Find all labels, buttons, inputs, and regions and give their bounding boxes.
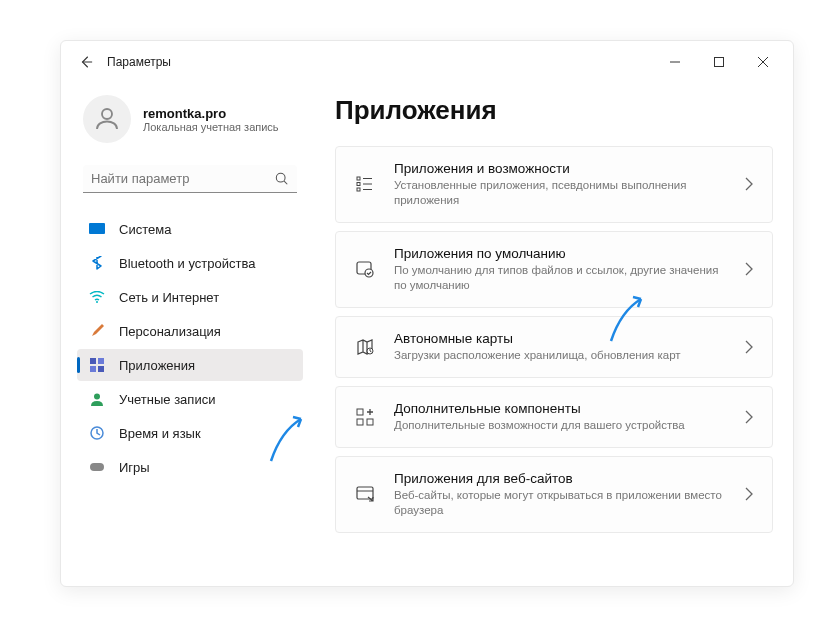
close-button[interactable] bbox=[741, 46, 785, 78]
map-icon bbox=[354, 336, 376, 358]
account-block[interactable]: remontka.pro Локальная учетная запись bbox=[77, 83, 303, 161]
svg-rect-10 bbox=[98, 358, 104, 364]
chevron-right-icon bbox=[744, 410, 754, 424]
chevron-right-icon bbox=[744, 487, 754, 501]
gamepad-icon bbox=[89, 459, 105, 475]
user-icon bbox=[92, 104, 122, 134]
svg-point-5 bbox=[276, 173, 285, 182]
page-title: Приложения bbox=[335, 95, 773, 126]
bluetooth-icon bbox=[89, 255, 105, 271]
system-icon bbox=[89, 221, 105, 237]
card-components[interactable]: Дополнительные компоненты Дополнительные… bbox=[335, 386, 773, 448]
account-name: remontka.pro bbox=[143, 106, 279, 121]
nav-item-games[interactable]: Игры bbox=[77, 451, 303, 483]
card-subtitle: Дополнительные возможности для вашего ус… bbox=[394, 418, 726, 433]
maximize-icon bbox=[714, 57, 724, 67]
svg-point-8 bbox=[96, 301, 98, 303]
nav-label: Сеть и Интернет bbox=[119, 290, 219, 305]
card-title: Приложения по умолчанию bbox=[394, 246, 726, 261]
back-button[interactable] bbox=[69, 45, 103, 79]
svg-rect-18 bbox=[357, 183, 360, 186]
nav-label: Время и язык bbox=[119, 426, 201, 441]
search-icon bbox=[275, 172, 289, 186]
svg-rect-20 bbox=[357, 188, 360, 191]
web-apps-icon bbox=[354, 483, 376, 505]
search-box[interactable] bbox=[83, 165, 297, 193]
nav-item-bluetooth[interactable]: Bluetooth и устройства bbox=[77, 247, 303, 279]
person-icon bbox=[89, 391, 105, 407]
arrow-left-icon bbox=[79, 55, 93, 69]
card-subtitle: Установленные приложения, псевдонимы вып… bbox=[394, 178, 726, 208]
nav-label: Bluetooth и устройства bbox=[119, 256, 255, 271]
card-subtitle: По умолчанию для типов файлов и ссылок, … bbox=[394, 263, 726, 293]
svg-rect-7 bbox=[89, 223, 105, 234]
main-content: Приложения Приложения и возможности Уста… bbox=[311, 83, 793, 586]
components-icon bbox=[354, 406, 376, 428]
card-title: Автономные карты bbox=[394, 331, 726, 346]
minimize-button[interactable] bbox=[653, 46, 697, 78]
nav-item-system[interactable]: Система bbox=[77, 213, 303, 245]
nav-item-personalization[interactable]: Персонализация bbox=[77, 315, 303, 347]
card-title: Приложения для веб-сайтов bbox=[394, 471, 726, 486]
svg-rect-26 bbox=[357, 419, 363, 425]
avatar bbox=[83, 95, 131, 143]
nav-label: Система bbox=[119, 222, 171, 237]
svg-rect-15 bbox=[90, 463, 104, 471]
window-title: Параметры bbox=[107, 55, 171, 69]
close-icon bbox=[758, 57, 768, 67]
svg-point-4 bbox=[102, 109, 112, 119]
svg-rect-9 bbox=[90, 358, 96, 364]
wifi-icon bbox=[89, 289, 105, 305]
brush-icon bbox=[89, 323, 105, 339]
chevron-right-icon bbox=[744, 177, 754, 191]
nav-item-time[interactable]: Время и язык bbox=[77, 417, 303, 449]
svg-rect-12 bbox=[98, 366, 104, 372]
nav-item-accounts[interactable]: Учетные записи bbox=[77, 383, 303, 415]
titlebar: Параметры bbox=[61, 41, 793, 83]
maximize-button[interactable] bbox=[697, 46, 741, 78]
nav-label: Приложения bbox=[119, 358, 195, 373]
svg-line-6 bbox=[284, 181, 287, 184]
card-apps-features[interactable]: Приложения и возможности Установленные п… bbox=[335, 146, 773, 223]
nav-label: Учетные записи bbox=[119, 392, 215, 407]
svg-rect-16 bbox=[357, 177, 360, 180]
svg-rect-11 bbox=[90, 366, 96, 372]
card-subtitle: Загрузки расположение хранилища, обновле… bbox=[394, 348, 726, 363]
card-maps[interactable]: Автономные карты Загрузки расположение х… bbox=[335, 316, 773, 378]
nav-item-network[interactable]: Сеть и Интернет bbox=[77, 281, 303, 313]
svg-point-13 bbox=[94, 394, 100, 400]
search-input[interactable] bbox=[91, 171, 275, 186]
nav-label: Персонализация bbox=[119, 324, 221, 339]
card-title: Приложения и возможности bbox=[394, 161, 726, 176]
chevron-right-icon bbox=[744, 262, 754, 276]
card-title: Дополнительные компоненты bbox=[394, 401, 726, 416]
svg-rect-28 bbox=[357, 487, 373, 499]
account-subtitle: Локальная учетная запись bbox=[143, 121, 279, 133]
default-apps-icon bbox=[354, 258, 376, 280]
card-default-apps[interactable]: Приложения по умолчанию По умолчанию для… bbox=[335, 231, 773, 308]
apps-icon bbox=[89, 357, 105, 373]
card-web-apps[interactable]: Приложения для веб-сайтов Веб-сайты, кот… bbox=[335, 456, 773, 533]
sidebar: remontka.pro Локальная учетная запись Си… bbox=[61, 83, 311, 586]
card-subtitle: Веб-сайты, которые могут открываться в п… bbox=[394, 488, 726, 518]
nav-label: Игры bbox=[119, 460, 150, 475]
svg-rect-25 bbox=[357, 409, 363, 415]
svg-point-23 bbox=[365, 269, 373, 277]
svg-rect-27 bbox=[367, 419, 373, 425]
chevron-right-icon bbox=[744, 340, 754, 354]
minimize-icon bbox=[670, 57, 680, 67]
clock-icon bbox=[89, 425, 105, 441]
list-icon bbox=[354, 173, 376, 195]
svg-rect-1 bbox=[715, 58, 724, 67]
nav-list: Система Bluetooth и устройства Сеть и Ин… bbox=[77, 213, 303, 483]
nav-item-apps[interactable]: Приложения bbox=[77, 349, 303, 381]
